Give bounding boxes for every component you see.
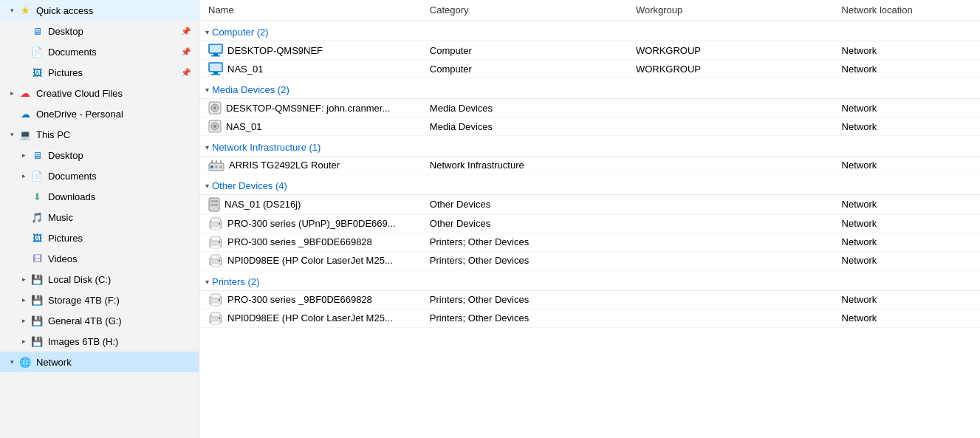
sidebar-item-pictures-pc[interactable]: 🖼 Pictures bbox=[0, 227, 199, 248]
group-header-other-devices[interactable]: ▾ Other Devices (4) bbox=[199, 174, 980, 194]
svg-rect-39 bbox=[219, 299, 220, 301]
col-header-network-location[interactable]: Network location bbox=[833, 0, 980, 21]
row-network-location: Network bbox=[833, 194, 980, 214]
svg-rect-25 bbox=[211, 218, 220, 222]
row-name: NAS_01 (DS216j) bbox=[225, 199, 301, 210]
videos-icon: 🎞 bbox=[30, 253, 44, 264]
sidebar-item-images-6tb-h[interactable]: ▸ 💾 Images 6TB (H:) bbox=[0, 331, 199, 352]
svg-point-16 bbox=[210, 165, 213, 168]
group-title-network-infrastructure: Network Infrastructure (1) bbox=[212, 142, 321, 153]
svg-point-22 bbox=[216, 200, 217, 202]
name-cell: NAS_01 bbox=[208, 120, 412, 133]
svg-point-11 bbox=[213, 125, 216, 128]
row-network-location: Network bbox=[833, 41, 980, 60]
svg-rect-27 bbox=[219, 223, 220, 225]
sidebar-item-creative-cloud[interactable]: ▸ ☁ Creative Cloud Files bbox=[0, 83, 199, 103]
name-cell: PRO-300 series (UPnP)_9BF0DE669... bbox=[208, 217, 412, 230]
table-row[interactable]: PRO-300 series _9BF0DE669828 Printers; O… bbox=[199, 233, 980, 251]
svg-rect-1 bbox=[213, 53, 218, 55]
row-workgroup bbox=[627, 233, 833, 251]
svg-rect-31 bbox=[219, 242, 220, 243]
sidebar-item-desktop-pc[interactable]: ▸ 🖥 Desktop bbox=[0, 145, 199, 165]
row-name: ARRIS TG2492LG Router bbox=[229, 160, 340, 171]
row-workgroup bbox=[627, 290, 833, 309]
group-header-printers[interactable]: ▾ Printers (2) bbox=[199, 270, 980, 290]
col-header-workgroup[interactable]: Workgroup bbox=[627, 0, 833, 21]
row-workgroup bbox=[627, 214, 833, 233]
group-arrow-other-devices: ▾ bbox=[205, 182, 209, 190]
group-header-media-devices[interactable]: ▾ Media Devices (2) bbox=[199, 78, 980, 99]
table-row[interactable]: NAS_01 Computer WORKGROUP Network bbox=[199, 60, 980, 78]
row-name: PRO-300 series _9BF0DE669828 bbox=[227, 294, 372, 305]
sidebar-item-documents-qa[interactable]: 📄 Documents 📌 bbox=[0, 41, 199, 62]
local-disk-c-label: Local Disk (C:) bbox=[48, 274, 193, 285]
onedrive-label: OneDrive - Personal bbox=[36, 109, 193, 120]
sidebar-item-music[interactable]: 🎵 Music bbox=[0, 207, 199, 227]
documents-qa-label: Documents bbox=[48, 47, 181, 58]
name-cell: NAS_01 bbox=[208, 62, 412, 75]
table-row[interactable]: DESKTOP-QMS9NEF: john.cranmer... Media D… bbox=[199, 99, 980, 117]
table-row[interactable]: PRO-300 series (UPnP)_9BF0DE669... Other… bbox=[199, 214, 980, 233]
sidebar-item-pictures-qa[interactable]: 🖼 Pictures 📌 bbox=[0, 62, 199, 83]
sidebar-item-onedrive[interactable]: ☁ OneDrive - Personal bbox=[0, 103, 199, 124]
row-category: Computer bbox=[421, 60, 627, 78]
row-name: NAS_01 bbox=[227, 64, 263, 75]
table-row[interactable]: ARRIS TG2492LG Router Network Infrastruc… bbox=[199, 157, 980, 174]
table-row[interactable]: PRO-300 series _9BF0DE669828 Printers; O… bbox=[199, 290, 980, 309]
images-6tb-h-label: Images 6TB (H:) bbox=[48, 336, 193, 347]
col-header-name[interactable]: Name bbox=[199, 0, 421, 21]
svg-rect-2 bbox=[211, 55, 220, 57]
sidebar-item-local-disk-c[interactable]: ▸ 💾 Local Disk (C:) bbox=[0, 269, 199, 290]
name-cell: DESKTOP-QMS9NEF bbox=[208, 44, 412, 57]
col-header-category[interactable]: Category bbox=[421, 0, 627, 21]
row-category: Printers; Other Devices bbox=[421, 233, 627, 251]
pictures-icon: 🖼 bbox=[30, 67, 44, 78]
nas-icon bbox=[208, 197, 220, 212]
svg-rect-37 bbox=[211, 294, 220, 298]
row-workgroup bbox=[627, 309, 833, 327]
sidebar-item-general-4tb-g[interactable]: ▸ 💾 General 4TB (G:) bbox=[0, 310, 199, 331]
network-table: Name Category Workgroup Network location… bbox=[199, 0, 980, 328]
disk-f-icon: 💾 bbox=[30, 295, 44, 306]
sidebar-item-this-pc[interactable]: ▾ 💻 This PC bbox=[0, 124, 199, 145]
table-row[interactable]: NAS_01 Media Devices Network bbox=[199, 117, 980, 136]
row-category: Network Infrastructure bbox=[421, 157, 627, 174]
svg-rect-29 bbox=[211, 236, 220, 241]
disk-c-icon: 💾 bbox=[30, 274, 44, 285]
music-label: Music bbox=[48, 212, 193, 223]
docs-icon: 📄 bbox=[30, 47, 44, 58]
table-row[interactable]: DESKTOP-QMS9NEF Computer WORKGROUP Netwo… bbox=[199, 41, 980, 60]
sidebar-item-downloads-pc[interactable]: ⬇ Downloads bbox=[0, 186, 199, 207]
group-title-media-devices: Media Devices (2) bbox=[212, 84, 289, 95]
svg-rect-4 bbox=[213, 72, 218, 74]
table-row[interactable]: NPI0D98EE (HP Color LaserJet M25... Prin… bbox=[199, 251, 980, 270]
row-name: NAS_01 bbox=[226, 121, 261, 132]
row-name: DESKTOP-QMS9NEF bbox=[227, 45, 323, 56]
media-icon bbox=[208, 101, 222, 114]
row-category: Media Devices bbox=[421, 117, 627, 136]
row-network-location: Network bbox=[833, 309, 980, 327]
sidebar-item-videos[interactable]: 🎞 Videos bbox=[0, 248, 199, 269]
row-name: PRO-300 series (UPnP)_9BF0DE669... bbox=[227, 218, 396, 229]
svg-rect-0 bbox=[209, 44, 222, 53]
row-category: Other Devices bbox=[421, 214, 627, 233]
desktop-qa-label: Desktop bbox=[48, 26, 181, 37]
sidebar-item-desktop-qa[interactable]: 🖥 Desktop 📌 bbox=[0, 21, 199, 41]
svg-rect-26 bbox=[211, 227, 220, 230]
sidebar-item-quick-access[interactable]: ▾ ★ Quick access bbox=[0, 0, 199, 21]
this-pc-label: This PC bbox=[36, 129, 193, 140]
row-workgroup bbox=[627, 157, 833, 174]
printer-icon bbox=[208, 236, 223, 249]
group-header-network-infrastructure[interactable]: ▾ Network Infrastructure (1) bbox=[199, 136, 980, 157]
table-row[interactable]: NAS_01 (DS216j) Other Devices Network bbox=[199, 194, 980, 214]
table-header-row: Name Category Workgroup Network location bbox=[199, 0, 980, 21]
table-row[interactable]: NPI0D98EE (HP Color LaserJet M25... Prin… bbox=[199, 309, 980, 327]
sidebar-item-storage-4tb-f[interactable]: ▸ 💾 Storage 4TB (F:) bbox=[0, 290, 199, 310]
svg-rect-5 bbox=[211, 74, 220, 75]
sidebar-item-network[interactable]: ▾ 🌐 Network bbox=[0, 352, 199, 372]
name-cell: NAS_01 (DS216j) bbox=[208, 197, 412, 212]
downloads-label: Downloads bbox=[48, 191, 193, 202]
group-header-computer[interactable]: ▾ Computer (2) bbox=[199, 21, 980, 41]
sidebar-item-documents-pc[interactable]: ▸ 📄 Documents bbox=[0, 165, 199, 186]
row-workgroup: WORKGROUP bbox=[627, 60, 833, 78]
